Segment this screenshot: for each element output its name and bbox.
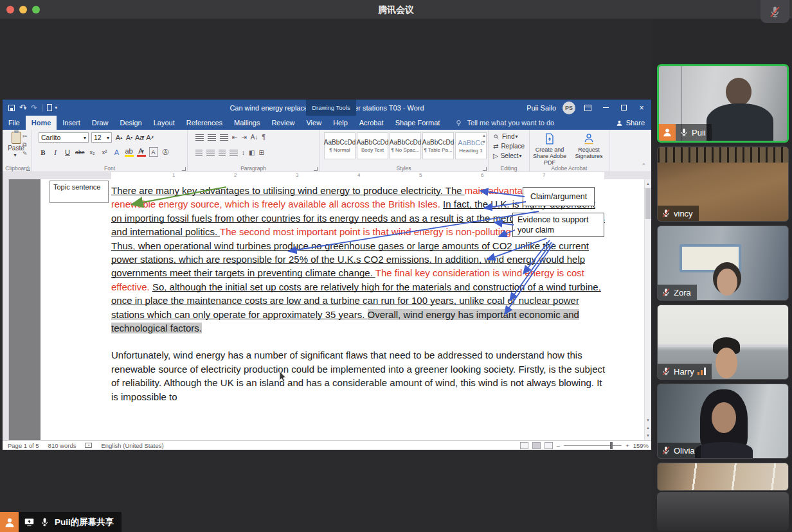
show-paragraph-marks-icon[interactable]: ¶ — [262, 134, 265, 141]
save-icon[interactable] — [8, 105, 15, 111]
vertical-ruler[interactable] — [3, 179, 9, 440]
restore-button[interactable] — [618, 102, 629, 114]
find-button[interactable]: Find▾ — [493, 133, 525, 140]
font-name-combo[interactable]: Carlito▾ — [39, 132, 89, 143]
tab-review[interactable]: Review — [266, 116, 300, 130]
word-count[interactable]: 810 words — [48, 442, 76, 449]
bold-button[interactable]: B — [39, 147, 48, 157]
multilevel-list-icon[interactable] — [220, 134, 228, 141]
close-button[interactable]: × — [636, 102, 647, 114]
replace-button[interactable]: ⇄ Replace — [493, 143, 525, 150]
styles-scroll-down-icon[interactable]: ▼ — [482, 140, 486, 144]
character-border-button[interactable]: A — [149, 147, 158, 157]
italic-button[interactable]: I — [51, 147, 60, 157]
read-mode-icon[interactable] — [520, 442, 528, 449]
signed-in-user[interactable]: Puii Sailo — [526, 104, 556, 112]
participant-tile-vincy[interactable]: vincy — [657, 146, 789, 222]
style-table-paragraph[interactable]: AaBbCcDd ¶ Table Pa... — [422, 132, 454, 159]
sort-icon[interactable]: A↓ — [251, 134, 258, 141]
user-avatar[interactable]: PS — [562, 102, 575, 114]
copy-icon[interactable]: ⧉ — [22, 141, 28, 148]
font-dialog-launcher[interactable] — [182, 167, 186, 171]
self-mute-button[interactable] — [760, 0, 789, 23]
scrollbar-thumb[interactable] — [645, 188, 651, 219]
request-signatures-button[interactable]: Request Signatures — [570, 132, 608, 159]
align-right-icon[interactable] — [219, 150, 226, 156]
tell-me-box[interactable]: Tell me what you want to do — [455, 116, 554, 130]
paragraph-dialog-launcher[interactable] — [314, 167, 318, 171]
document-page[interactable]: Topic sentence There are many key advant… — [40, 179, 644, 440]
tab-mailings[interactable]: Mailings — [228, 116, 266, 130]
bullets-icon[interactable] — [195, 134, 204, 141]
tab-insert[interactable]: Insert — [57, 116, 86, 130]
scroll-up-icon[interactable]: ▲ — [645, 180, 651, 188]
clear-formatting-button[interactable]: A✗ — [145, 132, 154, 142]
next-page-icon[interactable]: ▼ — [645, 432, 651, 439]
minimize-button[interactable] — [600, 102, 611, 114]
web-layout-icon[interactable] — [544, 442, 553, 449]
create-share-pdf-button[interactable]: Create and Share Adobe PDF — [530, 132, 569, 166]
proofing-icon[interactable]: × — [85, 443, 92, 448]
zoom-level[interactable]: 159% — [633, 442, 649, 449]
style-body-text[interactable]: AaBbCcDd Body Text — [357, 132, 388, 159]
zoom-slider-thumb[interactable] — [610, 442, 613, 449]
styles-dialog-launcher[interactable] — [483, 167, 487, 171]
styles-scroll-up-icon[interactable]: ▲ — [482, 134, 486, 137]
change-case-button[interactable]: Aa▾ — [135, 132, 144, 142]
language-indicator[interactable]: English (United States) — [101, 442, 163, 449]
tab-acrobat[interactable]: Acrobat — [354, 116, 390, 130]
undo-icon[interactable]: ↶▾ — [19, 104, 26, 112]
align-left-icon[interactable] — [195, 150, 203, 156]
tab-layout[interactable]: Layout — [148, 116, 181, 130]
participant-tile-olivia[interactable]: Olivia — [657, 384, 789, 459]
collapse-ribbon-icon[interactable]: ⌃ — [641, 163, 646, 169]
increase-indent-icon[interactable]: ⇥ — [241, 134, 246, 141]
numbering-icon[interactable] — [208, 134, 216, 141]
participant-tile-puii[interactable]: Puii — [657, 64, 789, 143]
tab-view[interactable]: View — [300, 116, 327, 130]
font-color-button[interactable]: A▾ — [137, 147, 146, 157]
shrink-font-button[interactable]: A▾ — [125, 132, 134, 142]
horizontal-ruler[interactable]: 1 2 3 4 5 6 7 — [3, 172, 651, 179]
subscript-button[interactable]: x₂ — [88, 147, 97, 157]
tab-design[interactable]: Design — [114, 116, 147, 130]
vertical-scrollbar[interactable]: ▲ ▼ ▲ ▼ — [644, 179, 651, 440]
superscript-button[interactable]: x² — [100, 147, 109, 157]
topic-sentence-textbox[interactable]: Topic sentence — [50, 181, 109, 203]
zoom-slider[interactable] — [564, 445, 622, 446]
text-effects-button[interactable]: A — [113, 147, 122, 157]
cut-icon[interactable]: ✂ — [22, 133, 28, 139]
participant-tile-zora[interactable]: Zora — [657, 226, 789, 301]
tab-draw[interactable]: Draw — [86, 116, 114, 130]
previous-page-icon[interactable]: ▲ — [645, 424, 651, 432]
style-no-spacing[interactable]: AaBbCcDd ¶ No Spac... — [390, 132, 421, 159]
line-spacing-icon[interactable]: ↕ — [242, 149, 245, 156]
tab-help[interactable]: Help — [327, 116, 354, 130]
enclose-characters-button[interactable]: Ⓐ — [161, 147, 170, 157]
shading-icon[interactable]: ◧ — [249, 149, 255, 156]
qat-customize-icon[interactable]: ▾ — [55, 105, 57, 111]
zoom-out-icon[interactable]: – — [557, 442, 560, 449]
print-layout-icon[interactable] — [532, 442, 541, 449]
tab-references[interactable]: References — [181, 116, 228, 130]
justify-icon[interactable] — [230, 150, 238, 156]
tab-file[interactable]: File — [3, 116, 26, 130]
ribbon-display-options-button[interactable] — [582, 102, 593, 114]
participant-tile-partial[interactable] — [657, 463, 789, 491]
align-center-icon[interactable] — [206, 150, 215, 156]
new-document-icon[interactable] — [47, 104, 52, 111]
page-indicator[interactable]: Page 1 of 5 — [8, 442, 39, 449]
underline-button[interactable]: U — [63, 147, 72, 157]
select-button[interactable]: ▷ Select▾ — [493, 152, 525, 159]
share-button[interactable]: Share — [616, 116, 645, 130]
borders-icon[interactable]: ⊞ — [258, 149, 264, 156]
claim-argument-textbox[interactable]: Claim/argument — [523, 187, 595, 206]
grow-font-button[interactable]: A▴ — [114, 132, 123, 142]
style-normal[interactable]: AaBbCcDd ¶ Normal — [324, 132, 356, 159]
evidence-textbox[interactable]: Evidence to support your claim — [512, 213, 604, 237]
scroll-down-icon[interactable]: ▼ — [645, 416, 651, 424]
tab-home[interactable]: Home — [26, 116, 57, 130]
highlight-color-button[interactable]: ab — [125, 147, 134, 157]
format-painter-icon[interactable]: ✎ — [22, 150, 28, 157]
font-size-combo[interactable]: 12▾ — [91, 132, 112, 143]
